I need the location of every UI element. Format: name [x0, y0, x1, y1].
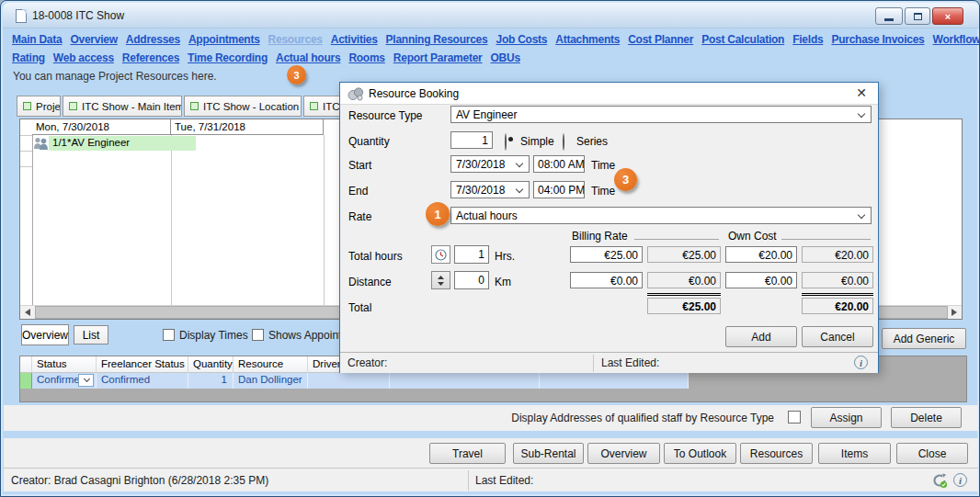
header-resource[interactable]: Resource: [234, 356, 308, 373]
hours-owncost-edit[interactable]: €20.00: [725, 246, 797, 263]
menu-resources[interactable]: Resources: [268, 33, 323, 46]
menu-main-data[interactable]: Main Data: [12, 33, 62, 46]
menu-cost-planner[interactable]: Cost Planner: [628, 33, 693, 46]
menu-report-parameter[interactable]: Report Parameter: [393, 51, 483, 64]
cell-status[interactable]: Confirmed: [32, 373, 97, 389]
refresh-icon[interactable]: [931, 472, 948, 489]
cell-quantity[interactable]: 1: [188, 373, 234, 389]
scroll-right-arrow[interactable]: [947, 306, 962, 319]
project-square-icon: [310, 102, 318, 110]
total-owncost-value: €20.00: [802, 298, 873, 314]
header-quantity[interactable]: Quantity: [188, 356, 234, 373]
dialog-info-icon[interactable]: i: [854, 356, 868, 369]
sub-rental-button[interactable]: Sub-Rental: [513, 443, 584, 464]
dialog-close-icon[interactable]: ✕: [856, 85, 867, 100]
close-window-button[interactable]: Close: [896, 443, 968, 464]
tab-itc-show-main-items[interactable]: ITC Show - Main Items: [63, 96, 182, 117]
menu-attachments[interactable]: Attachments: [555, 33, 620, 46]
info-icon[interactable]: i: [953, 473, 967, 487]
simple-radio[interactable]: [505, 133, 507, 151]
overview-button[interactable]: Overview: [587, 443, 660, 464]
menu-workflow[interactable]: Workflow: [933, 33, 980, 46]
assign-button[interactable]: Assign: [811, 407, 882, 428]
start-time-input[interactable]: 08:00 AM: [533, 155, 585, 173]
distance-updown-button[interactable]: [431, 271, 450, 289]
right-triangle-icon: [952, 309, 957, 316]
start-date-select[interactable]: 7/30/2018: [450, 155, 530, 173]
distance-owncost-edit[interactable]: €0.00: [725, 272, 797, 288]
hours-clock-button[interactable]: [431, 245, 450, 264]
start-time-caption: Time: [591, 159, 615, 172]
quantity-label: Quantity: [348, 135, 390, 148]
shows-appointments-checkbox[interactable]: [252, 329, 264, 341]
hours-billing-edit[interactable]: €25.00: [570, 246, 643, 263]
hours-billing-calc: €25.00: [647, 246, 721, 263]
resources-button[interactable]: Resources: [740, 443, 813, 464]
distance-billing-edit[interactable]: €0.00: [570, 272, 643, 288]
cell-freelancer-status[interactable]: Confirmed: [97, 373, 188, 389]
end-date-select[interactable]: 7/30/2018: [450, 181, 530, 198]
tab-itc-show-location-b[interactable]: ITC Show - Location B: [184, 96, 302, 117]
menu-job-costs[interactable]: Job Costs: [496, 33, 547, 46]
menu-time-recording[interactable]: Time Recording: [188, 51, 268, 64]
close-button[interactable]: ×: [932, 7, 963, 25]
tab-itc-label: ITC: [323, 101, 340, 112]
series-radio[interactable]: [563, 133, 564, 151]
cell-resource[interactable]: Dan Dollinger: [234, 373, 308, 389]
chevron-down-icon: [516, 186, 523, 193]
tab-project[interactable]: Project: [17, 96, 61, 117]
menu-purchase-invoices[interactable]: Purchase Invoices: [831, 33, 924, 46]
end-time-caption: Time: [591, 185, 615, 198]
tab-overview[interactable]: Overview: [21, 324, 69, 345]
quantity-input[interactable]: 1: [450, 131, 493, 149]
menu-references[interactable]: References: [122, 51, 179, 64]
cell-driver[interactable]: [308, 373, 390, 389]
day-column-divider: [324, 135, 325, 306]
menu-planning-resources[interactable]: Planning Resources: [386, 33, 488, 46]
status-dropdown[interactable]: [78, 374, 94, 387]
restore-button[interactable]: [905, 7, 930, 25]
status-bar: Creator: Brad Casagni Brighton (6/28/201…: [4, 468, 978, 491]
display-times-checkbox[interactable]: [163, 329, 175, 341]
minimize-button[interactable]: [875, 7, 903, 25]
menu-obus[interactable]: OBUs: [491, 51, 520, 64]
hours-input[interactable]: 1: [454, 245, 489, 264]
resource-booking-dialog: Resource Booking ✕ Resource Type AV Engi…: [339, 82, 879, 373]
scroll-left-arrow[interactable]: [20, 306, 35, 319]
cell-extra-1[interactable]: [390, 373, 540, 389]
end-time-input[interactable]: 04:00 PM: [533, 181, 585, 198]
header-freelancer-status[interactable]: Freelancer Status: [97, 356, 188, 373]
cell-extra-2[interactable]: [540, 373, 689, 389]
menu-overview[interactable]: Overview: [70, 33, 117, 46]
menu-addresses[interactable]: Addresses: [126, 33, 180, 46]
booking-entry[interactable]: 1/1*AV Engineer: [49, 136, 196, 151]
resource-type-select[interactable]: AV Engineer: [450, 106, 872, 123]
menu-fields[interactable]: Fields: [792, 33, 823, 46]
items-button[interactable]: Items: [818, 443, 891, 464]
dialog-last-edited-label: Last Edited:: [601, 356, 659, 369]
menu-rooms[interactable]: Rooms: [348, 51, 384, 64]
menu-actual-hours[interactable]: Actual hours: [276, 51, 340, 64]
tab-list-label: List: [83, 329, 100, 342]
calendar-day-header-mon: Mon, 7/30/2018: [32, 119, 171, 135]
display-addresses-checkbox[interactable]: [788, 411, 801, 424]
menu-appointments[interactable]: Appointments: [188, 33, 260, 46]
cancel-button[interactable]: Cancel: [802, 326, 873, 347]
menu-activities[interactable]: Activities: [331, 33, 378, 46]
delete-button[interactable]: Delete: [891, 407, 962, 428]
rate-select[interactable]: Actual hours: [450, 207, 872, 224]
menu-rating[interactable]: Rating: [12, 51, 45, 64]
travel-button[interactable]: Travel: [429, 443, 506, 464]
gutter-line: [20, 151, 32, 152]
distance-input[interactable]: 0: [454, 271, 489, 289]
add-generic-button[interactable]: Add Generic: [882, 328, 966, 349]
end-date-value: 7/30/2018: [456, 184, 505, 197]
menu-web-access[interactable]: Web access: [53, 51, 114, 64]
tab-list[interactable]: List: [74, 325, 108, 345]
day-column-divider: [171, 135, 172, 306]
menu-post-calculation[interactable]: Post Calculation: [701, 33, 784, 46]
header-indicator[interactable]: [20, 356, 32, 373]
add-button[interactable]: Add: [725, 326, 797, 347]
header-status[interactable]: Status: [32, 356, 97, 373]
to-outlook-button[interactable]: To Outlook: [664, 443, 736, 464]
